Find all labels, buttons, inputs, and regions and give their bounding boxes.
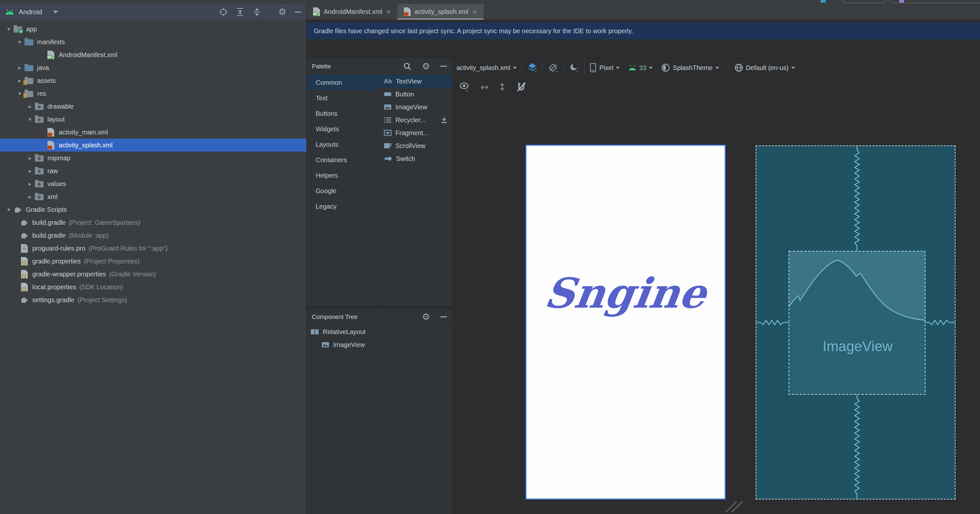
palette-item-button[interactable]: Button <box>377 88 452 101</box>
constraint-spring-top <box>855 146 859 251</box>
gear-icon[interactable]: ⚙ <box>278 8 286 16</box>
palette-item-fragmentcontainerview[interactable]: Fragment... <box>377 126 452 139</box>
search-icon[interactable] <box>403 62 412 71</box>
tree-item-res[interactable]: res <box>0 87 306 100</box>
gear-icon[interactable]: ⚙ <box>422 313 430 322</box>
palette-item-switch[interactable]: Switch <box>377 152 452 165</box>
tree-item-gradle-properties[interactable]: gradle.properties (Project Properties) <box>0 255 306 268</box>
device-selector[interactable]: Pixel <box>590 63 620 73</box>
splash-title-text: Sngine <box>523 269 728 317</box>
design-surface-selector[interactable] <box>527 63 537 73</box>
view-options-eye-icon[interactable] <box>459 82 471 92</box>
palette-category-google[interactable]: Google <box>307 183 376 198</box>
locale-selector[interactable]: Default (en-us) <box>734 63 795 72</box>
chevron-down-icon[interactable] <box>53 11 58 14</box>
palette-category-containers[interactable]: Containers <box>307 152 376 168</box>
tree-item-activity-splash[interactable]: <> activity_splash.xml <box>0 139 306 152</box>
palette-category-legacy[interactable]: Legacy <box>307 198 376 214</box>
resize-handle[interactable] <box>727 500 742 513</box>
theme-selector[interactable]: SplashTheme <box>661 63 719 72</box>
palette-category-common[interactable]: Common <box>307 75 376 90</box>
palette-category-text[interactable]: Text <box>307 90 376 106</box>
tree-item-app[interactable]: app <box>0 22 306 35</box>
tree-item-label: AndroidManifest.xml <box>59 51 117 59</box>
close-icon[interactable]: ✕ <box>386 8 391 15</box>
component-tree-item-imageview[interactable]: ImageView <box>307 338 452 351</box>
tree-item-assets[interactable]: assets <box>0 74 306 87</box>
palette-item-scrollview[interactable]: ScrollView <box>377 139 452 152</box>
chevron-closed-icon[interactable] <box>25 103 35 109</box>
blueprint-surface[interactable]: ImageView <box>756 146 956 500</box>
tree-item-raw[interactable]: raw <box>0 165 306 177</box>
collapse-all-icon[interactable] <box>253 8 261 16</box>
palette-item-imageview[interactable]: ImageView <box>377 101 452 114</box>
expand-horizontal-icon[interactable]: ↔ <box>480 82 488 92</box>
design-file-selector[interactable]: activity_splash.xml <box>457 64 517 71</box>
tree-item-label: proguard-rules.pro <box>32 245 86 252</box>
tree-item-mipmap[interactable]: mipmap <box>0 152 306 165</box>
tree-item-local-properties[interactable]: local.properties (SDK Location) <box>0 281 306 293</box>
hide-panel-icon[interactable] <box>440 66 447 67</box>
download-icon[interactable] <box>440 116 448 124</box>
chevron-closed-icon[interactable] <box>25 155 35 161</box>
tree-item-build-gradle-project[interactable]: build.gradle (Project: GameSpartans) <box>0 216 306 229</box>
component-tree-item-relativelayout[interactable]: RelativeLayout <box>307 325 452 338</box>
device-selector-fragment[interactable] <box>843 0 886 3</box>
design-canvas[interactable]: Sngine ImageView <box>452 97 980 514</box>
expand-vertical-icon[interactable]: ↕ <box>498 82 506 92</box>
tree-item-androidmanifest[interactable]: MF AndroidManifest.xml <box>0 48 306 61</box>
tree-item-layout[interactable]: layout <box>0 113 306 126</box>
palette-category-buttons[interactable]: Buttons <box>307 106 376 121</box>
locate-file-icon[interactable] <box>219 8 228 16</box>
autoconnect-magnet-icon[interactable] <box>516 82 527 92</box>
scrollbar[interactable] <box>439 327 439 507</box>
chevron-open-icon[interactable] <box>4 26 14 32</box>
tree-item-label: assets <box>37 77 56 84</box>
theme-name: SplashTheme <box>673 64 713 71</box>
category-label: Helpers <box>316 172 338 179</box>
night-mode-selector[interactable] <box>569 63 579 73</box>
orientation-icon <box>548 63 558 73</box>
expand-all-icon[interactable] <box>236 8 244 16</box>
tree-item-drawable[interactable]: drawable <box>0 100 306 113</box>
palette-item-textview[interactable]: Ab TextView <box>377 75 452 88</box>
chevron-closed-icon[interactable] <box>25 194 35 200</box>
tree-item-xml[interactable]: xml <box>0 190 306 203</box>
chevron-open-icon[interactable] <box>25 116 35 122</box>
close-icon[interactable]: ✕ <box>472 8 477 15</box>
orientation-selector[interactable] <box>548 63 558 73</box>
hide-panel-icon[interactable] <box>440 316 447 317</box>
chevron-open-icon[interactable] <box>4 206 14 213</box>
tree-item-java[interactable]: java <box>0 61 306 74</box>
palette-category-helpers[interactable]: Helpers <box>307 168 376 183</box>
palette-category-layouts[interactable]: Layouts <box>307 137 376 152</box>
manifest-badge: MF <box>312 12 318 16</box>
component-label: Button <box>395 90 414 98</box>
tree-item-values[interactable]: values <box>0 177 306 190</box>
tree-item-proguard-rules[interactable]: proguard-rules.pro (ProGuard Rules for "… <box>0 242 306 255</box>
hide-panel-icon[interactable] <box>295 12 301 13</box>
tree-item-gradle-scripts[interactable]: Gradle Scripts <box>0 203 306 216</box>
tree-item-gradle-wrapper-properties[interactable]: gradle-wrapper.properties (Gradle Versio… <box>0 268 306 281</box>
tree-item-build-gradle-module[interactable]: build.gradle (Module :app) <box>0 229 306 242</box>
palette-category-widgets[interactable]: Widgets <box>307 121 376 137</box>
chevron-closed-icon[interactable] <box>25 168 35 174</box>
tree-item-activity-main[interactable]: <> activity_main.xml <box>0 126 306 139</box>
tab-androidmanifest[interactable]: MF AndroidManifest.xml ✕ <box>307 4 397 20</box>
palette-item-recyclerview[interactable]: Recycler... <box>377 114 452 126</box>
api-level-selector[interactable]: 33 <box>628 64 653 71</box>
design-device-screen[interactable]: Sngine <box>525 145 725 500</box>
tree-item-manifests[interactable]: manifests <box>0 35 306 48</box>
chevron-closed-icon[interactable] <box>15 65 24 71</box>
project-view-selector[interactable]: Android <box>19 8 42 16</box>
category-label: Layouts <box>316 141 338 148</box>
xml-file-icon: <> <box>48 128 54 137</box>
chevron-open-icon[interactable] <box>15 39 24 45</box>
properties-file-icon <box>21 257 28 266</box>
resource-folder-icon <box>35 117 44 123</box>
tab-activity-splash[interactable]: <> activity_splash.xml ✕ <box>397 4 484 20</box>
chevron-closed-icon[interactable] <box>25 181 35 187</box>
gear-icon[interactable]: ⚙ <box>422 62 430 71</box>
component-label: Recycler... <box>395 116 425 124</box>
tree-item-settings-gradle[interactable]: settings.gradle (Project Settings) <box>0 293 306 306</box>
